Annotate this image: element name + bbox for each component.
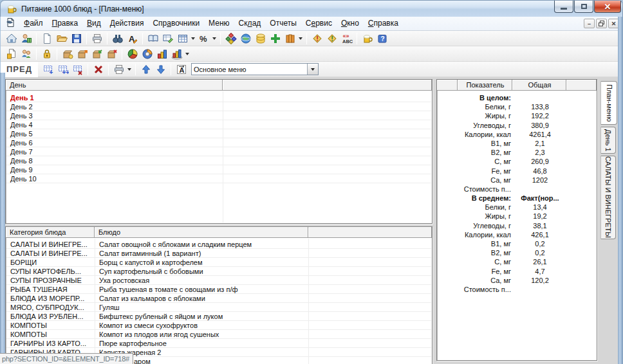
move-down-button[interactable] bbox=[153, 62, 168, 77]
add-button[interactable] bbox=[268, 32, 283, 46]
nutrition-value: 0,2 bbox=[513, 240, 567, 249]
open-button[interactable] bbox=[54, 32, 69, 46]
warning-red-button[interactable]: ! bbox=[310, 32, 324, 46]
delete-button[interactable] bbox=[91, 62, 106, 77]
side-tab-2[interactable]: День 1 bbox=[600, 127, 616, 154]
dish-row[interactable]: БЛЮДА ИЗ РУБЛЕН...Бифштекс рубленый с яй… bbox=[6, 312, 431, 321]
day-row[interactable]: День 4 bbox=[6, 120, 431, 129]
font-style-button[interactable]: А bbox=[174, 62, 189, 77]
menu-файл[interactable]: Файл bbox=[19, 17, 48, 30]
side-tab-3[interactable]: САЛАТЫ И ВИНЕГРЕТЫ bbox=[600, 156, 616, 239]
minimize-button[interactable] bbox=[554, 1, 573, 13]
menu-вид[interactable]: Вид bbox=[82, 17, 106, 30]
edit-table-button[interactable] bbox=[160, 32, 175, 46]
dish-row[interactable]: КОМПОТЫКомпот из смеси сухофруктов bbox=[6, 321, 431, 330]
users-group-button[interactable] bbox=[19, 47, 33, 61]
day-row[interactable]: День 5 bbox=[6, 129, 431, 138]
save-button[interactable] bbox=[69, 32, 84, 46]
combobox-dropdown-arrow[interactable] bbox=[307, 64, 318, 75]
delete-row-button[interactable] bbox=[70, 62, 85, 77]
close-button[interactable]: ✕ bbox=[594, 1, 621, 13]
menu-сервис[interactable]: Сервис bbox=[301, 17, 337, 30]
menu-type-combobox[interactable]: Основное меню bbox=[191, 63, 319, 75]
dish-row[interactable]: БЛЮДА ИЗ МОРЕПР...Салат из кальмаров с я… bbox=[6, 294, 431, 303]
day-row[interactable]: День 7 bbox=[6, 147, 431, 156]
database-button[interactable] bbox=[253, 32, 268, 46]
maximize-button[interactable] bbox=[574, 1, 593, 13]
menu-отчеты[interactable]: Отчеты bbox=[265, 17, 301, 30]
font-button[interactable]: А bbox=[125, 32, 140, 46]
dish-row[interactable]: ГАРНИРЫ ИЗ КАРТО...Пюре картофельное bbox=[6, 339, 431, 348]
new-document-button[interactable] bbox=[39, 32, 54, 46]
nutrition-value bbox=[513, 286, 567, 295]
day-row[interactable]: День 2 bbox=[6, 102, 431, 111]
globe-button[interactable] bbox=[238, 32, 253, 46]
lock-button[interactable] bbox=[39, 47, 54, 61]
box-delete-button[interactable] bbox=[104, 47, 119, 61]
mdi-restore-button[interactable] bbox=[596, 19, 607, 28]
bar-chart-3d-button[interactable] bbox=[169, 47, 184, 61]
indicator-column-header[interactable]: Показатель bbox=[458, 80, 512, 91]
menu-склад[interactable]: Склад bbox=[234, 17, 266, 30]
day-row[interactable]: День 8 bbox=[6, 156, 431, 165]
day-row[interactable]: День 1 bbox=[6, 93, 431, 102]
menu-окно[interactable]: Окно bbox=[337, 17, 364, 30]
day-row[interactable]: День 9 bbox=[6, 165, 431, 174]
percent-button[interactable]: % bbox=[196, 32, 211, 46]
print-button[interactable] bbox=[89, 32, 104, 46]
dish-row[interactable]: СУПЫ ПРОЗРАЧНЫЕУха ростовская bbox=[6, 276, 431, 285]
dish-row[interactable]: БОРЩИБорщ с капустой и картофелем bbox=[6, 258, 431, 267]
donut-chart-button[interactable] bbox=[140, 47, 154, 61]
app-mug-button[interactable] bbox=[360, 32, 375, 46]
user-directory-button[interactable] bbox=[19, 32, 33, 46]
box-in-button[interactable] bbox=[89, 47, 104, 61]
table-button[interactable] bbox=[175, 32, 190, 46]
table-dropdown-arrow[interactable] bbox=[190, 32, 196, 46]
help-button[interactable]: ? bbox=[375, 32, 389, 46]
warning-green-button[interactable]: ! bbox=[324, 32, 339, 46]
books-dropdown-arrow[interactable] bbox=[297, 32, 304, 46]
box-out-button[interactable] bbox=[75, 47, 89, 61]
books-button[interactable] bbox=[283, 32, 297, 46]
pie-chart-button[interactable] bbox=[125, 47, 140, 61]
dish-column-header[interactable]: Блюдо bbox=[95, 227, 308, 238]
add-multiple-rows-button[interactable]: ++ bbox=[55, 62, 70, 77]
nutrition-row: Fe, мг4,7 bbox=[438, 268, 596, 277]
dish-row[interactable]: САЛАТЫ И ВИНЕГРЕ...Салат витаминный (1 в… bbox=[6, 249, 431, 258]
category-column-header[interactable]: Категория блюда bbox=[6, 227, 95, 238]
export-document-button[interactable] bbox=[4, 47, 19, 61]
search-button[interactable] bbox=[110, 32, 125, 46]
side-tab-1[interactable]: План-меню bbox=[600, 81, 617, 125]
day-column-header[interactable]: День bbox=[6, 80, 223, 91]
dish-row[interactable]: КОМПОТЫКомпот из плодов или ягод сушеных bbox=[6, 330, 431, 339]
spellcheck-button[interactable]: «»ABC bbox=[339, 32, 354, 46]
move-up-button[interactable] bbox=[138, 62, 153, 77]
print-dropdown-arrow[interactable] bbox=[126, 62, 133, 77]
pred-tab[interactable]: ПРЕД bbox=[1, 62, 38, 77]
dish-row[interactable]: МЯСО, СУБПРОДУК...Гуляш bbox=[6, 303, 431, 312]
day-row[interactable]: День 3 bbox=[6, 111, 431, 120]
day-row[interactable]: День 6 bbox=[6, 138, 431, 147]
mdi-minimize-button[interactable]: – bbox=[584, 19, 595, 28]
day-row[interactable]: День 10 bbox=[6, 174, 431, 183]
box-coin-button[interactable] bbox=[60, 47, 75, 61]
book-button[interactable] bbox=[145, 32, 160, 46]
total-column-header[interactable]: Общая bbox=[512, 80, 566, 91]
chart-dropdown-arrow[interactable] bbox=[184, 47, 191, 61]
menu-действия[interactable]: Действия bbox=[106, 17, 149, 30]
print-menu-button[interactable] bbox=[111, 62, 126, 77]
menu-меню[interactable]: Меню bbox=[204, 17, 234, 30]
percent-dropdown-arrow[interactable] bbox=[211, 32, 218, 46]
add-row-button[interactable]: + bbox=[41, 62, 55, 77]
analysis-button[interactable] bbox=[223, 32, 238, 46]
nutrition-row: Белки, г13,4 bbox=[438, 203, 596, 212]
nutrition-label: B2, мг bbox=[438, 149, 513, 158]
menu-справка[interactable]: Справка bbox=[364, 17, 403, 30]
dish-row[interactable]: САЛАТЫ И ВИНЕГРЕ...Салат овощной с яблок… bbox=[6, 240, 431, 249]
area-chart-button[interactable] bbox=[154, 47, 169, 61]
home-button[interactable] bbox=[4, 32, 19, 46]
menu-справочники[interactable]: Справочники bbox=[148, 17, 204, 30]
dish-row[interactable]: РЫБА ТУШЕНАЯРыба тушеная в томате с овощ… bbox=[6, 285, 431, 294]
menu-правка[interactable]: Правка bbox=[48, 17, 83, 30]
dish-row[interactable]: СУПЫ КАРТОФЕЛЬ...Суп картофельный с бобо… bbox=[6, 267, 431, 276]
